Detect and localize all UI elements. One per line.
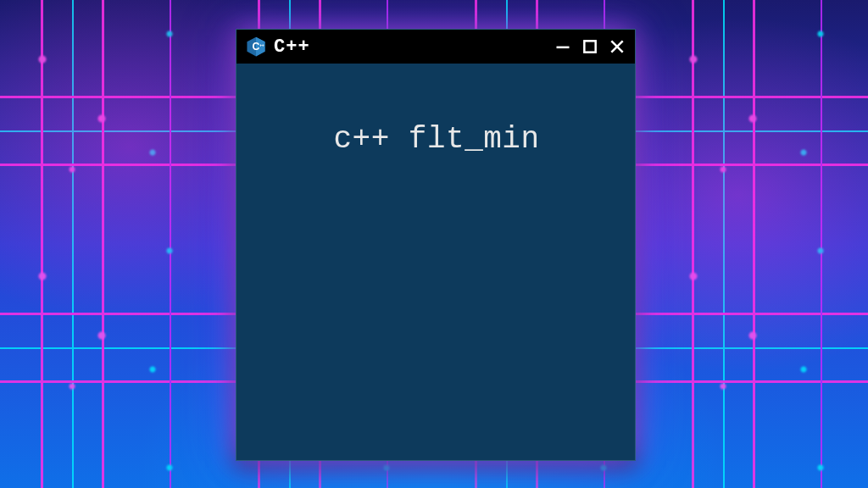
svg-rect-6 <box>584 41 595 52</box>
cpp-logo-icon: C + + <box>245 36 267 58</box>
window-controls <box>554 37 626 56</box>
svg-text:+: + <box>262 43 264 47</box>
maximize-button[interactable] <box>581 37 599 56</box>
terminal-content: c++ flt_min <box>333 122 539 157</box>
svg-text:C: C <box>253 41 260 53</box>
terminal-body[interactable]: c++ flt_min <box>236 64 635 460</box>
close-button[interactable] <box>608 37 626 56</box>
window-title: C++ <box>274 36 310 58</box>
titlebar[interactable]: C + + C++ <box>236 30 635 64</box>
terminal-window: C + + C++ c++ flt_min <box>236 29 636 461</box>
minimize-button[interactable] <box>554 37 572 56</box>
